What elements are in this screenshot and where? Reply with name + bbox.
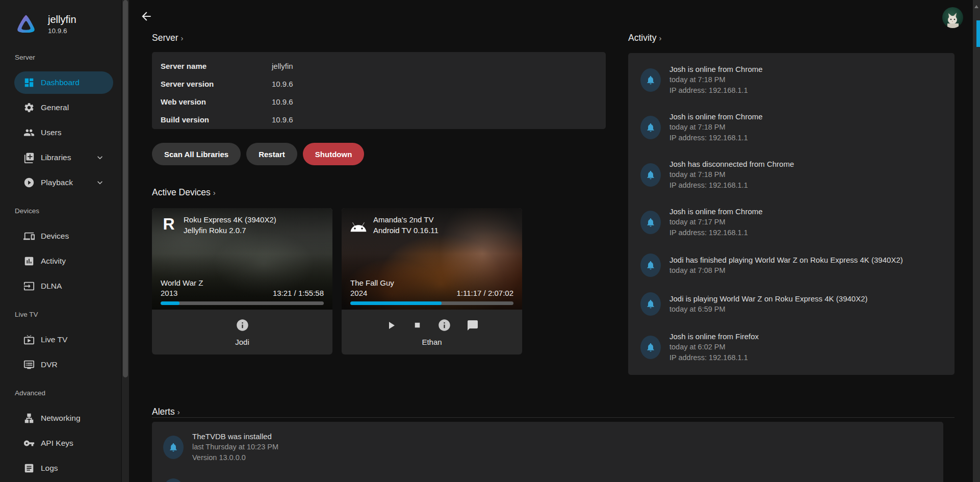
- shutdown-button[interactable]: Shutdown: [303, 143, 364, 165]
- alerts-heading[interactable]: Alerts›: [152, 407, 180, 417]
- heading-chevron-icon: ›: [213, 188, 216, 197]
- active-devices-heading[interactable]: Active Devices›: [152, 187, 216, 198]
- bell-icon: [163, 436, 184, 459]
- alert-item: AniDB was installed: [163, 478, 932, 482]
- play-icon[interactable]: [385, 319, 397, 332]
- alerts-card: TheTVDB was installed last Thursday at 1…: [152, 422, 943, 482]
- sidebar-scrollbar[interactable]: [122, 0, 129, 482]
- sidebar-item-libraries[interactable]: Libraries: [0, 146, 121, 169]
- libraries-icon: [23, 152, 35, 163]
- sidebar-section-advanced: Advanced: [15, 389, 45, 397]
- activity-item: Josh is online from Chrome today at 7:18…: [640, 111, 942, 143]
- sidebar-item-dvr[interactable]: DVR: [0, 353, 121, 376]
- chevron-down-icon: [95, 177, 105, 188]
- activity-heading[interactable]: Activity›: [628, 33, 661, 43]
- server-version-row: Server version 10.9.6: [152, 75, 606, 93]
- sidebar: jellyfin 10.9.6 Server Dashboard General…: [0, 0, 121, 482]
- playback-progress-fill: [161, 301, 179, 305]
- client-version: Android TV 0.16.11: [373, 225, 439, 236]
- server-section-heading[interactable]: Server›: [152, 33, 184, 43]
- bell-icon: [640, 292, 661, 316]
- page-scrollbar-thumb[interactable]: [976, 20, 980, 47]
- sidebar-item-playback[interactable]: Playback: [0, 171, 121, 194]
- device-name: Amanda's 2nd TV: [373, 214, 439, 225]
- device-card-roku[interactable]: R Roku Express 4K (3940X2) Jellyfin Roku…: [152, 208, 332, 354]
- app-version: 10.9.6: [48, 27, 76, 35]
- server-name-row: Server name jellyfin: [152, 57, 606, 75]
- dvr-icon: [23, 359, 35, 370]
- heading-chevron-icon: ›: [177, 408, 180, 416]
- activity-item: Jodi has finished playing World War Z on…: [640, 253, 942, 277]
- back-button[interactable]: [140, 10, 154, 24]
- info-icon[interactable]: [236, 318, 249, 332]
- message-icon[interactable]: [467, 319, 479, 332]
- bell-icon: [640, 163, 661, 187]
- scan-all-libraries-button[interactable]: Scan All Libraries: [152, 143, 241, 165]
- web-version-row: Web version 10.9.6: [152, 93, 606, 111]
- build-version-row: Build version 10.9.6: [152, 111, 606, 129]
- app-title: jellyfin: [48, 13, 76, 26]
- activity-icon: [23, 256, 35, 267]
- activity-item: Jodi is playing World War Z on Roku Expr…: [640, 292, 942, 316]
- info-icon[interactable]: [437, 318, 451, 332]
- stop-icon[interactable]: [412, 320, 422, 330]
- sidebar-item-api-keys[interactable]: API Keys: [0, 432, 121, 454]
- session-user: Jodi: [235, 338, 249, 346]
- sidebar-item-dlna[interactable]: DLNA: [0, 275, 121, 297]
- chevron-down-icon: [95, 153, 105, 163]
- restart-button[interactable]: Restart: [246, 143, 297, 165]
- now-playing-backdrop: Amanda's 2nd TV Android TV 0.16.11 The F…: [342, 208, 522, 310]
- bell-icon: [640, 68, 661, 92]
- sidebar-item-dashboard[interactable]: Dashboard: [0, 71, 121, 94]
- heading-chevron-icon: ›: [181, 34, 184, 42]
- playback-time: 13:21 / 1:55:58: [273, 288, 324, 298]
- logs-icon: [23, 463, 35, 474]
- sidebar-item-general[interactable]: General: [0, 96, 121, 119]
- jellyfin-dashboard: jellyfin 10.9.6 Server Dashboard General…: [0, 0, 980, 482]
- sidebar-section-server: Server: [15, 54, 35, 61]
- dashboard-icon: [23, 77, 35, 88]
- device-name: Roku Express 4K (3940X2): [184, 214, 276, 225]
- sidebar-item-live-tv[interactable]: Live TV: [0, 328, 121, 351]
- devices-icon: [23, 231, 35, 242]
- playback-progress-bar: [350, 301, 513, 305]
- alert-item: TheTVDB was installed last Thursday at 1…: [163, 431, 932, 463]
- activity-item: Josh has disconnected from Chrome today …: [640, 159, 942, 191]
- server-actions: Scan All Libraries Restart Shutdown: [152, 143, 364, 165]
- activity-item: Josh is online from Chrome today at 7:18…: [640, 64, 942, 96]
- playback-progress-bar: [161, 301, 324, 305]
- cat-avatar-image: [942, 7, 963, 28]
- now-playing-backdrop: R Roku Express 4K (3940X2) Jellyfin Roku…: [152, 208, 332, 310]
- active-device-cards: R Roku Express 4K (3940X2) Jellyfin Roku…: [152, 208, 522, 354]
- api-keys-icon: [23, 438, 35, 449]
- playback-icon: [23, 177, 35, 188]
- sidebar-scrollbar-thumb[interactable]: [123, 0, 128, 377]
- bell-icon: [163, 478, 184, 482]
- media-year: 2024: [350, 288, 367, 298]
- sidebar-item-devices[interactable]: Devices: [0, 225, 121, 247]
- sidebar-section-devices: Devices: [15, 207, 39, 215]
- bell-icon: [640, 336, 661, 359]
- media-title: The Fall Guy: [350, 278, 513, 288]
- bell-icon: [640, 253, 661, 277]
- playback-progress-fill: [350, 301, 442, 305]
- bell-icon: [640, 211, 661, 234]
- scroll-up-arrow-icon[interactable]: [974, 5, 978, 8]
- user-avatar[interactable]: [942, 7, 963, 28]
- jellyfin-logo-icon: [15, 13, 37, 35]
- sidebar-item-users[interactable]: Users: [0, 121, 121, 144]
- users-icon: [23, 127, 35, 138]
- gear-icon: [23, 102, 35, 113]
- roku-icon: R: [159, 214, 178, 234]
- alerts-divider: [152, 417, 955, 418]
- server-info-card: Server name jellyfin Server version 10.9…: [152, 52, 606, 129]
- networking-icon: [23, 413, 35, 424]
- dlna-icon: [23, 281, 35, 292]
- sidebar-item-activity[interactable]: Activity: [0, 250, 121, 272]
- playback-time: 1:11:17 / 2:07:02: [457, 288, 513, 298]
- sidebar-item-networking[interactable]: Networking: [0, 407, 121, 429]
- heading-chevron-icon: ›: [659, 34, 661, 42]
- page-scrollbar[interactable]: [973, 0, 980, 482]
- device-card-android-tv[interactable]: Amanda's 2nd TV Android TV 0.16.11 The F…: [342, 208, 522, 354]
- sidebar-item-logs[interactable]: Logs: [0, 457, 121, 479]
